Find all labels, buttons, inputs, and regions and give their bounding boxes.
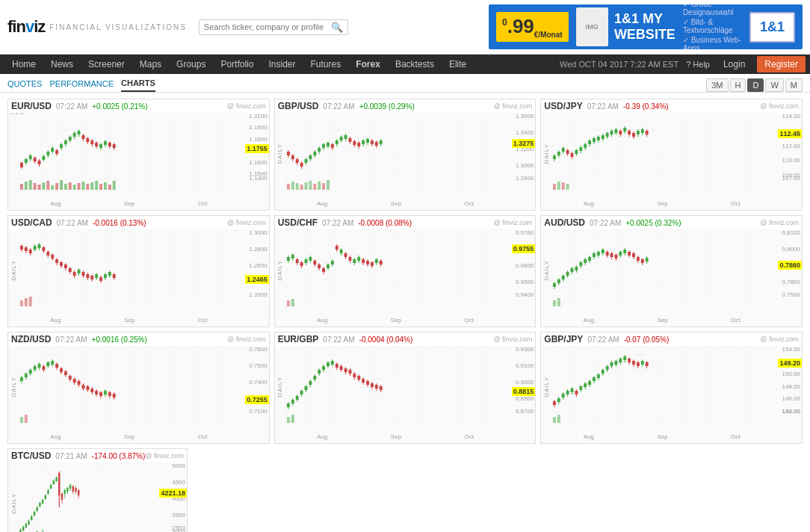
svg-rect-319 (25, 374, 28, 377)
svg-rect-4 (34, 183, 37, 190)
nav-news[interactable]: News (43, 55, 81, 74)
svg-rect-270 (553, 283, 556, 287)
period-w[interactable]: W (765, 78, 783, 92)
svg-rect-142 (584, 144, 587, 148)
usdchf-svg (285, 229, 506, 312)
svg-rect-19 (99, 184, 102, 190)
svg-rect-449 (637, 362, 640, 366)
nav-futures[interactable]: Futures (303, 55, 349, 74)
period-m[interactable]: M (785, 78, 803, 92)
svg-rect-266 (551, 229, 772, 312)
svg-rect-144 (588, 140, 591, 144)
svg-rect-268 (557, 298, 560, 306)
svg-rect-62 (104, 141, 107, 145)
nav-groups[interactable]: Groups (169, 55, 213, 74)
header: finviz FINANCIAL VISUALIZATIONS 🔍 0.99€/… (0, 0, 810, 55)
ad-title: 1&1 MY WEBSITE (614, 11, 675, 43)
nav-backtests[interactable]: Backtests (388, 55, 442, 74)
chart-eurusd-title: EUR/USD (11, 101, 52, 111)
svg-rect-315 (25, 415, 28, 423)
nav-login[interactable]: Login (717, 56, 751, 72)
svg-rect-507 (78, 490, 79, 495)
svg-rect-453 (646, 362, 649, 366)
svg-rect-272 (557, 279, 560, 283)
period-3m[interactable]: 3M (706, 78, 728, 92)
chart-eurusd-canvas: DAILY (8, 113, 269, 210)
svg-rect-298 (615, 255, 618, 259)
svg-rect-425 (584, 383, 587, 387)
svg-rect-221 (291, 299, 294, 306)
nav-register[interactable]: Register (757, 56, 806, 72)
nav-insider[interactable]: Insider (261, 55, 303, 74)
chart-btcusd: BTC/USD 07:21 AM -174.00 (3.87%) @ finvi… (7, 448, 188, 532)
svg-rect-91 (313, 152, 316, 155)
svg-rect-357 (108, 392, 111, 396)
svg-rect-251 (348, 257, 351, 261)
nav-screener[interactable]: Screener (81, 55, 132, 74)
search-bar[interactable]: 🔍 (199, 19, 348, 35)
nav-maps[interactable]: Maps (132, 55, 169, 74)
period-d[interactable]: D (747, 78, 764, 92)
svg-rect-225 (291, 255, 294, 259)
svg-rect-445 (628, 359, 631, 362)
usdjpy-time-axis: Aug Sep Oct (551, 197, 772, 210)
svg-rect-50 (78, 131, 81, 134)
btcusd-price: 4221.18 (159, 489, 187, 498)
svg-rect-119 (375, 142, 378, 146)
svg-rect-105 (344, 135, 347, 139)
nav-home[interactable]: Home (4, 55, 43, 74)
svg-rect-288 (593, 253, 596, 257)
svg-rect-38 (51, 148, 54, 152)
usdjpy-price: 112.45 (778, 129, 802, 138)
search-input[interactable] (204, 22, 331, 31)
svg-rect-247 (339, 250, 342, 253)
svg-rect-208 (90, 276, 93, 279)
nav-portfolio[interactable]: Portfolio (213, 55, 261, 74)
svg-rect-192 (55, 259, 58, 263)
svg-rect-150 (602, 135, 605, 139)
svg-rect-113 (362, 140, 365, 144)
svg-rect-314 (20, 417, 23, 423)
search-icon[interactable]: 🔍 (331, 22, 343, 33)
svg-rect-121 (379, 140, 382, 144)
tab-performance[interactable]: PERFORMANCE (49, 79, 114, 91)
svg-rect-7 (46, 181, 49, 190)
charts-row-2: USD/CAD 07:22 AM -0.0016 (0.13%) @ finvi… (7, 215, 803, 327)
svg-rect-443 (624, 356, 627, 360)
svg-rect-124 (557, 182, 560, 190)
tab-charts[interactable]: CHARTS (121, 78, 155, 92)
chart-usdcad: USD/CAD 07:22 AM -0.0016 (0.13%) @ finvi… (7, 215, 270, 327)
period-h[interactable]: H (730, 78, 746, 92)
svg-rect-17 (90, 182, 93, 190)
chart-gbpusd: GBP/USD 07:22 AM +0.0039 (0.29%) @ finvi… (274, 99, 537, 211)
svg-rect-190 (51, 255, 54, 259)
svg-rect-505 (75, 488, 76, 492)
svg-rect-290 (597, 252, 600, 256)
svg-rect-20 (104, 182, 107, 190)
svg-rect-184 (38, 244, 41, 248)
svg-rect-66 (113, 144, 116, 148)
svg-rect-36 (46, 152, 49, 155)
svg-rect-46 (69, 137, 72, 140)
svg-rect-26 (25, 159, 28, 163)
svg-rect-327 (42, 366, 45, 370)
svg-rect-11 (64, 184, 67, 190)
charts-row-3: NZD/USD 07:22 AM +0.0016 (0.25%) @ finvi… (7, 332, 803, 444)
svg-rect-243 (331, 261, 334, 265)
svg-rect-180 (29, 250, 32, 253)
svg-rect-475 (34, 512, 35, 516)
usdjpy-svg (551, 113, 772, 195)
svg-rect-76 (322, 183, 325, 190)
nav-elite[interactable]: Elite (442, 55, 474, 74)
svg-rect-317 (20, 377, 23, 381)
svg-rect-347 (86, 386, 89, 390)
svg-rect-107 (348, 138, 351, 142)
tab-quotes[interactable]: QUOTES (7, 79, 42, 91)
svg-rect-341 (73, 379, 76, 383)
nzdusd-svg (19, 346, 239, 428)
nav-help[interactable]: ? Help (686, 60, 710, 69)
usdjpy-price-axis: 114.00 113.00 112.00 110.00 109.00 107.0… (773, 113, 802, 195)
svg-rect-259 (366, 261, 369, 265)
nav-forex[interactable]: Forex (348, 55, 388, 74)
usdcad-svg (19, 229, 239, 312)
